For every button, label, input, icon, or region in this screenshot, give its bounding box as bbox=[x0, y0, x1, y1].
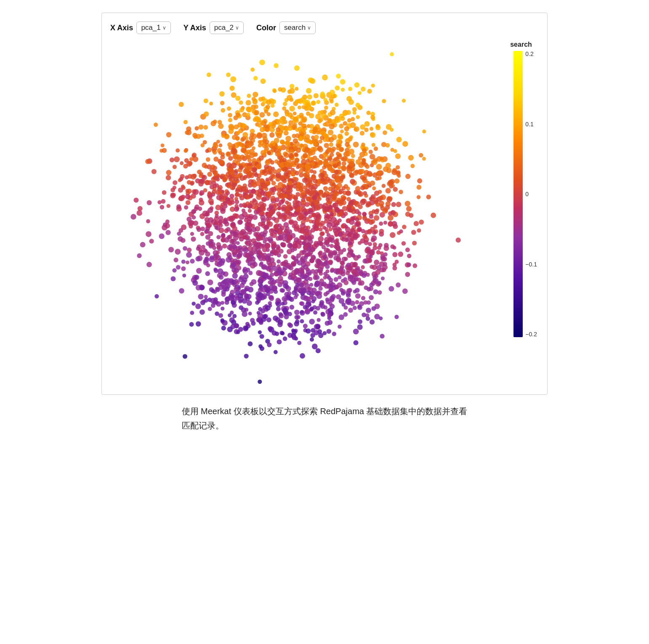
xaxis-label: X Axis bbox=[110, 24, 133, 32]
color-select[interactable]: search ∨ bbox=[279, 21, 316, 34]
colorbar-wrapper: 0.2 0.1 0 −0.1 −0.2 bbox=[513, 51, 537, 337]
xaxis-control: X Axis pca_1 ∨ bbox=[110, 21, 171, 34]
colorbar-tick-neg02: −0.2 bbox=[525, 331, 537, 337]
colorbar-area: search 0.2 0.1 0 −0.1 −0.2 bbox=[505, 41, 539, 386]
description: 使用 Meerkat 仪表板以交互方式探索 RedPajama 基础数据集中的数… bbox=[182, 404, 468, 433]
yaxis-chevron-icon: ∨ bbox=[235, 25, 239, 31]
yaxis-value: pca_2 bbox=[214, 24, 234, 32]
yaxis-control: Y Axis pca_2 ∨ bbox=[184, 21, 244, 34]
colorbar-title: search bbox=[505, 41, 537, 48]
color-label: Color bbox=[256, 24, 276, 32]
colorbar-ticks: 0.2 0.1 0 −0.1 −0.2 bbox=[525, 51, 537, 337]
color-value: search bbox=[284, 24, 306, 32]
description-line2: 匹配记录。 bbox=[182, 421, 224, 430]
color-control: Color search ∨ bbox=[256, 21, 316, 34]
scatter-canvas bbox=[110, 41, 505, 386]
yaxis-select[interactable]: pca_2 ∨ bbox=[210, 21, 244, 34]
colorbar-tick-01: 0.1 bbox=[525, 121, 537, 127]
chart-container: X Axis pca_1 ∨ Y Axis pca_2 ∨ Color sear… bbox=[101, 13, 548, 395]
colorbar-tick-0: 0 bbox=[525, 191, 537, 197]
plot-area: search 0.2 0.1 0 −0.1 −0.2 bbox=[110, 41, 539, 386]
colorbar-gradient bbox=[513, 51, 523, 337]
colorbar-tick-02: 0.2 bbox=[525, 51, 537, 57]
description-line1: 使用 Meerkat 仪表板以交互方式探索 RedPajama 基础数据集中的数… bbox=[182, 407, 468, 416]
colorbar-tick-neg01: −0.1 bbox=[525, 261, 537, 267]
scatter-plot bbox=[110, 41, 505, 386]
xaxis-select[interactable]: pca_1 ∨ bbox=[136, 21, 170, 34]
yaxis-label: Y Axis bbox=[184, 24, 206, 32]
xaxis-chevron-icon: ∨ bbox=[162, 25, 166, 31]
color-chevron-icon: ∨ bbox=[307, 25, 311, 31]
controls-bar: X Axis pca_1 ∨ Y Axis pca_2 ∨ Color sear… bbox=[110, 21, 539, 34]
xaxis-value: pca_1 bbox=[141, 24, 160, 32]
